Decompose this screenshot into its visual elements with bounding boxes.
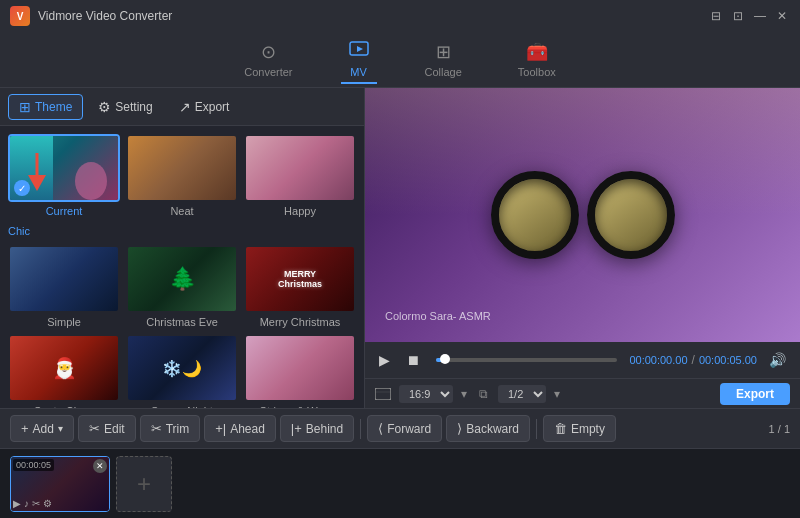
- behind-label: Behind: [306, 422, 343, 436]
- theme-thumb-snowy-night: ❄️🌙: [126, 334, 238, 402]
- theme-label: Theme: [35, 100, 72, 114]
- theme-thumb-christmas-eve: 🌲: [126, 245, 238, 313]
- converter-icon: ⊙: [261, 41, 276, 63]
- video-preview: Colormo Sara- ASMR: [365, 88, 800, 342]
- svg-marker-1: [357, 46, 363, 52]
- progress-bar[interactable]: [436, 358, 617, 362]
- add-icon: +: [21, 421, 29, 436]
- progress-dot: [440, 354, 450, 364]
- theme-thumb-stripes-waves: [244, 334, 356, 402]
- theme-label-christmas-eve: Christmas Eve: [146, 316, 218, 328]
- export-label-sub: Export: [195, 100, 230, 114]
- theme-label-happy: Happy: [284, 205, 316, 217]
- film-add-button[interactable]: +: [116, 456, 172, 512]
- edit-icon: ✂: [89, 421, 100, 436]
- export-icon-sub: ↗: [179, 99, 191, 115]
- mv-icon: [349, 40, 369, 63]
- tab-mv-label: MV: [350, 66, 367, 78]
- sub-toolbar: ⊞ Theme ⚙ Setting ↗ Export: [0, 88, 364, 126]
- backward-icon: ⟩: [457, 421, 462, 436]
- time-separator: /: [692, 353, 695, 367]
- theme-item-santa-claus[interactable]: 🎅 Santa Claus: [8, 334, 120, 408]
- tab-collage[interactable]: ⊞ Collage: [417, 37, 470, 82]
- ahead-label: Ahead: [230, 422, 265, 436]
- theme-item-snowy-night[interactable]: ❄️🌙 Snowy Night: [126, 334, 238, 408]
- trim-icon: ✂: [151, 421, 162, 436]
- toolbar-separator-2: [536, 419, 537, 439]
- edit-label: Edit: [104, 422, 125, 436]
- play-button[interactable]: ▶: [375, 350, 394, 370]
- add-button[interactable]: + Add ▾: [10, 415, 74, 442]
- page-select[interactable]: 1/2: [498, 385, 546, 403]
- video-controls: ▶ ⏹ 00:00:00.00 / 00:00:05.00 🔊: [365, 342, 800, 378]
- theme-item-merry-christmas[interactable]: MERRYChristmas Merry Christmas: [244, 245, 356, 328]
- theme-label-stripes-waves: Stripes & Waves: [260, 405, 341, 408]
- section-label-chic: Chic: [8, 223, 356, 239]
- main-content: ⊞ Theme ⚙ Setting ↗ Export: [0, 88, 800, 408]
- volume-button[interactable]: 🔊: [765, 350, 790, 370]
- tab-toolbox-label: Toolbox: [518, 66, 556, 78]
- setting-button[interactable]: ⚙ Setting: [87, 94, 163, 120]
- film-item-1[interactable]: 00:00:05 ✕ ▶ ♪ ✂ ⚙: [10, 456, 110, 512]
- toolbox-icon: 🧰: [526, 41, 548, 63]
- tab-mv[interactable]: MV: [341, 36, 377, 84]
- backward-button[interactable]: ⟩ Backward: [446, 415, 530, 442]
- behind-icon: |+: [291, 421, 302, 436]
- theme-item-happy[interactable]: Happy: [244, 134, 356, 217]
- setting-label: Setting: [115, 100, 152, 114]
- film-cut-icon[interactable]: ✂: [32, 498, 40, 509]
- theme-thumb-happy: [244, 134, 356, 202]
- forward-label: Forward: [387, 422, 431, 436]
- aspect-ratio-select[interactable]: 16:9 4:3 1:1: [399, 385, 453, 403]
- aspect-icon: [375, 388, 391, 400]
- add-dropdown-icon[interactable]: ▾: [58, 423, 63, 434]
- film-audio-icon[interactable]: ♪: [24, 498, 29, 509]
- svg-marker-3: [28, 175, 46, 191]
- behind-button[interactable]: |+ Behind: [280, 415, 354, 442]
- stop-button[interactable]: ⏹: [402, 350, 424, 370]
- tab-collage-label: Collage: [425, 66, 462, 78]
- export-button-sub[interactable]: ↗ Export: [168, 94, 241, 120]
- forward-button[interactable]: ⟨ Forward: [367, 415, 442, 442]
- film-control-icons: ▶ ♪ ✂ ⚙: [13, 498, 52, 509]
- filmstrip: 00:00:05 ✕ ▶ ♪ ✂ ⚙ +: [0, 448, 800, 518]
- theme-item-christmas-eve[interactable]: 🌲 Christmas Eve: [126, 245, 238, 328]
- time-current: 00:00:00.00: [629, 354, 687, 366]
- theme-thumb-simple: [8, 245, 120, 313]
- tab-converter-label: Converter: [244, 66, 292, 78]
- film-duration: 00:00:05: [13, 459, 54, 471]
- empty-icon: 🗑: [554, 421, 567, 436]
- toolbar-separator: [360, 419, 361, 439]
- tab-toolbox[interactable]: 🧰 Toolbox: [510, 37, 564, 82]
- film-close-button[interactable]: ✕: [93, 459, 107, 473]
- theme-item-stripes-waves[interactable]: Stripes & Waves: [244, 334, 356, 408]
- trim-label: Trim: [166, 422, 190, 436]
- export-button[interactable]: Export: [720, 383, 790, 405]
- maximize-button[interactable]: —: [752, 8, 768, 24]
- forward-icon: ⟨: [378, 421, 383, 436]
- window-controls: ⊟ ⊡ — ✕: [708, 8, 790, 24]
- edit-button[interactable]: ✂ Edit: [78, 415, 136, 442]
- theme-label-simple: Simple: [47, 316, 81, 328]
- close-button[interactable]: ✕: [774, 8, 790, 24]
- restore-button[interactable]: ⊡: [730, 8, 746, 24]
- theme-button[interactable]: ⊞ Theme: [8, 94, 83, 120]
- ahead-button[interactable]: +| Ahead: [204, 415, 276, 442]
- film-play-icon[interactable]: ▶: [13, 498, 21, 509]
- empty-button[interactable]: 🗑 Empty: [543, 415, 616, 442]
- titlebar: V Vidmore Video Converter ⊟ ⊡ — ✕: [0, 0, 800, 32]
- video-bottom-bar: 16:9 4:3 1:1 ▾ ⧉ 1/2 ▾ Export: [365, 378, 800, 408]
- bottom-toolbar: + Add ▾ ✂ Edit ✂ Trim +| Ahead |+ Behind…: [0, 408, 800, 448]
- theme-thumb-santa-claus: 🎅: [8, 334, 120, 402]
- svg-rect-4: [375, 388, 391, 400]
- theme-label-snowy-night: Snowy Night: [151, 405, 213, 408]
- theme-item-neat[interactable]: Neat: [126, 134, 238, 217]
- film-settings-icon[interactable]: ⚙: [43, 498, 52, 509]
- minimize-button[interactable]: ⊟: [708, 8, 724, 24]
- tab-converter[interactable]: ⊙ Converter: [236, 37, 300, 82]
- trim-button[interactable]: ✂ Trim: [140, 415, 201, 442]
- page-indicator: 1 / 1: [769, 423, 790, 435]
- theme-item-simple[interactable]: Simple: [8, 245, 120, 328]
- film-add-icon: +: [137, 470, 151, 498]
- theme-icon: ⊞: [19, 99, 31, 115]
